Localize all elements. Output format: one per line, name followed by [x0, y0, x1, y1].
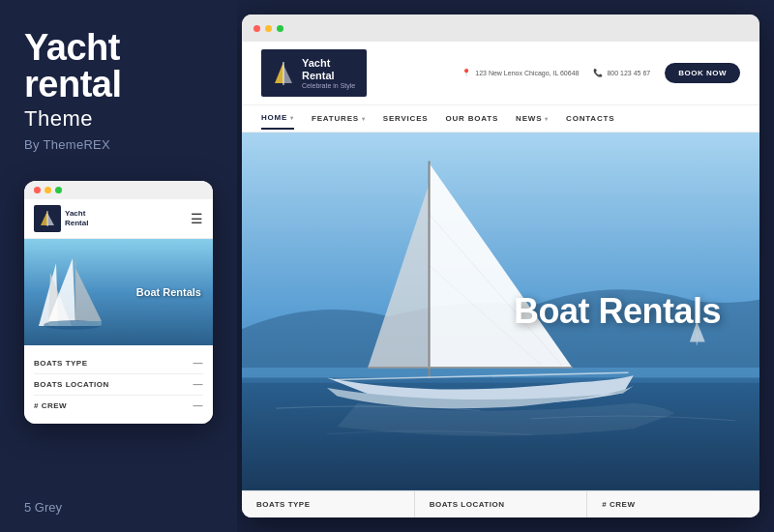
- phone-icon: 📞: [593, 69, 603, 77]
- svg-marker-8: [275, 62, 283, 83]
- svg-marker-3: [48, 258, 75, 321]
- nav-home-arrow: ▾: [290, 114, 294, 121]
- hero-text-overlay: Boat Rentals: [514, 292, 759, 331]
- nav-news[interactable]: NEWS ▾: [516, 108, 549, 129]
- mobile-hero-text: Boat Rentals: [136, 286, 201, 298]
- site-logo-box: YachtRental Celebrate in Style: [261, 49, 367, 97]
- sail-icon-small: [38, 209, 57, 228]
- mobile-mockup: YachtRental ☰ Boat Rentals BOATS TYPE —: [24, 181, 213, 424]
- site-logo-text: YachtRental: [302, 57, 355, 82]
- mobile-filter-crew: # CREW —: [34, 396, 203, 416]
- nav-home[interactable]: HOME ▾: [261, 107, 294, 130]
- left-panel: Yacht rental Theme By ThemeREX YachtRent…: [0, 0, 237, 532]
- desktop-hero: Boat Rentals: [242, 133, 759, 490]
- svg-marker-4: [75, 268, 102, 321]
- mobile-logo-icon: [34, 205, 61, 232]
- mobile-browser-bar: [24, 181, 213, 199]
- desktop-filter-boats-location[interactable]: BOATS LOCATION: [415, 491, 588, 517]
- nav-news-arrow: ▾: [545, 115, 549, 122]
- dot-red: [34, 187, 41, 193]
- desktop-dot-red: [253, 25, 260, 32]
- mobile-hero: Boat Rentals: [24, 239, 213, 345]
- nav-contacts[interactable]: CONTACTS: [566, 108, 614, 129]
- desktop-filters: BOATS TYPE BOATS LOCATION # CREW: [242, 490, 759, 517]
- mobile-logo-area: YachtRental: [34, 205, 88, 232]
- dot-yellow: [45, 187, 51, 193]
- brand-title: Yacht rental: [24, 29, 213, 103]
- brand-by: By ThemeREX: [24, 137, 213, 152]
- desktop-dot-green: [277, 25, 283, 32]
- phone-info: 📞 800 123 45 67: [593, 69, 650, 77]
- dot-green: [55, 187, 62, 193]
- nav-features[interactable]: FEATURES ▾: [312, 108, 366, 129]
- mobile-filter-boats-location: BOATS LOCATION —: [34, 374, 203, 396]
- desktop-filter-boats-type[interactable]: BOATS TYPE: [242, 491, 415, 517]
- svg-rect-7: [48, 321, 102, 326]
- mobile-logo-text: YachtRental: [65, 209, 88, 227]
- book-now-button[interactable]: BOOK NOW: [665, 63, 740, 83]
- svg-marker-0: [41, 211, 47, 225]
- mobile-filter-boats-type: BOATS TYPE —: [34, 353, 203, 374]
- desktop-browser-bar: [242, 15, 759, 42]
- nav-services[interactable]: SERVICES: [383, 108, 429, 129]
- site-nav: HOME ▾ FEATURES ▾ SERVICES OUR BOATS NEW…: [242, 105, 759, 133]
- desktop-filter-crew[interactable]: # CREW: [587, 491, 759, 517]
- desktop-site-header: YachtRental Celebrate in Style 📍 123 New…: [242, 42, 759, 105]
- location-icon: 📍: [461, 69, 471, 77]
- site-logo-icon: [273, 60, 294, 87]
- desktop-dot-yellow: [265, 25, 272, 32]
- mobile-header: YachtRental ☰: [24, 199, 213, 239]
- site-contact-info: 📍 123 New Lenox Chicago, IL 60648 📞 800 …: [461, 63, 740, 83]
- mobile-filters: BOATS TYPE — BOATS LOCATION — # CREW —: [24, 345, 213, 424]
- hamburger-icon[interactable]: ☰: [191, 211, 203, 226]
- right-panel: YachtRental Celebrate in Style 📍 123 New…: [237, 0, 774, 532]
- brand-subtitle: Theme: [24, 106, 213, 132]
- nav-our-boats[interactable]: OUR BOATS: [445, 108, 498, 129]
- svg-marker-1: [47, 213, 54, 225]
- site-logo-tagline: Celebrate in Style: [302, 82, 355, 89]
- nav-features-arrow: ▾: [362, 115, 366, 122]
- address-info: 📍 123 New Lenox Chicago, IL 60648: [461, 69, 579, 77]
- bottom-label: 5 Grey: [24, 500, 62, 515]
- svg-marker-9: [283, 65, 292, 83]
- hero-main-text: Boat Rentals: [514, 292, 721, 331]
- mobile-boat-svg: [29, 253, 116, 340]
- desktop-mockup: YachtRental Celebrate in Style 📍 123 New…: [242, 15, 759, 517]
